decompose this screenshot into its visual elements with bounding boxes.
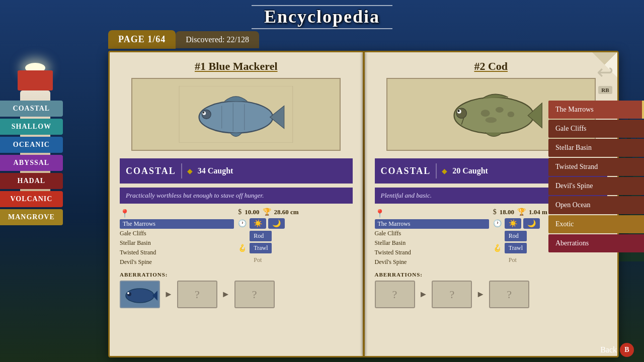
fish1-clock-icon: 🕐 xyxy=(238,219,247,228)
svg-marker-21 xyxy=(528,103,542,128)
fish2-pin-icon: 📍 xyxy=(375,208,489,219)
fish1-aberrations-label: ABERRATIONS: xyxy=(120,272,353,278)
fish1-illustration xyxy=(153,86,319,143)
svg-point-8 xyxy=(203,112,204,113)
region-sidebar: The Marrows Gale Cliffs Stellar Basin Tw… xyxy=(548,101,644,252)
fish2-diamond-icon: ◆ xyxy=(442,167,447,175)
fish2-aberrations-row: ? ► ? ► ? xyxy=(375,281,608,308)
back-label: Back xyxy=(600,345,617,354)
fish1-caught: 34 Caught xyxy=(198,166,233,175)
fish1-time-icons: ☀️ 🌙 xyxy=(250,218,285,229)
fish2-gear-trawl: Trawl xyxy=(505,243,527,253)
fish2-size: 1.04 m xyxy=(529,208,547,216)
fish2-locations: 📍 The Marrows Gale Cliffs Stellar Basin … xyxy=(375,208,489,267)
svg-point-27 xyxy=(507,112,514,117)
fish2-aberration-unknown-1: ? xyxy=(375,281,415,308)
back-button[interactable]: Back B xyxy=(600,343,634,357)
svg-point-25 xyxy=(480,110,490,117)
sidebar-item-the-marrows[interactable]: The Marrows xyxy=(548,101,644,119)
fish2-aberration-unknown-2: ? xyxy=(432,281,472,308)
fish2-time-icons: ☀️ 🌙 xyxy=(505,218,540,229)
sidebar-item-volcanic[interactable]: VOLCANIC xyxy=(0,191,63,207)
fish1-description: Practically worthless but enough to stav… xyxy=(120,188,353,204)
fish1-aberration-arrow1: ► xyxy=(164,289,173,300)
fish2-location-4: Devil's Spine xyxy=(375,257,489,267)
fish1-aberrations-row: ► ? ► ? xyxy=(120,281,353,308)
fish1-aberration-unknown-2: ? xyxy=(234,281,275,308)
fish1-location-0[interactable]: The Marrows xyxy=(120,219,234,229)
fish1-gear-pot: Pot xyxy=(250,255,272,265)
back-key: B xyxy=(620,343,634,357)
sidebar-item-stellar-basin[interactable]: Stellar Basin xyxy=(548,139,644,157)
sidebar-item-mangrove[interactable]: MANGROVE xyxy=(0,209,63,225)
fish2-aberration-arrow1: ► xyxy=(419,289,428,300)
back-arrow-icon: ↩ xyxy=(597,60,614,84)
fish2-price: 18.00 xyxy=(500,208,514,216)
fish1-night-icon: 🌙 xyxy=(268,218,285,229)
fish1-trophy-icon: 🏆 xyxy=(263,208,271,216)
svg-point-26 xyxy=(496,107,504,113)
page-left: #1 Blue Mackerel xyxy=(110,52,363,356)
sidebar-item-gale-cliffs[interactable]: Gale Cliffs xyxy=(548,120,644,138)
svg-point-24 xyxy=(457,110,459,112)
encyclopedia-book: PAGE 1/64 Discovered: 22/128 #1 Blue Mac… xyxy=(108,30,619,352)
fish2-aberration-arrow2: ► xyxy=(476,289,485,300)
svg-point-22 xyxy=(456,108,466,118)
fish1-pin-icon: 📍 xyxy=(120,208,234,219)
depth-sidebar: COASTAL SHALLOW OCEANIC ABYSSAL HADAL VO… xyxy=(0,101,63,225)
fish1-image xyxy=(131,78,341,151)
sidebar-item-coastal[interactable]: COASTAL xyxy=(0,101,63,117)
sidebar-item-exotic[interactable]: Exotic xyxy=(548,215,644,233)
fish2-gear-pot: Pot xyxy=(505,255,527,265)
sidebar-item-devils-spine[interactable]: Devil's Spine xyxy=(548,177,644,195)
page-number: PAGE 1/64 xyxy=(108,30,176,49)
fish1-diamond-icon: ◆ xyxy=(187,167,193,175)
fish1-location-4: Devil's Spine xyxy=(120,257,234,267)
sidebar-item-oceanic[interactable]: OCEANIC xyxy=(0,137,63,153)
fish1-location-1: Gale Cliffs xyxy=(120,229,234,238)
sidebar-item-aberrations[interactable]: Aberrations xyxy=(548,234,644,252)
rb-button-area: ↩ RB xyxy=(597,60,614,94)
sidebar-item-twisted-strand[interactable]: Twisted Strand xyxy=(548,158,644,176)
page-title: Encyclopedia xyxy=(252,6,392,27)
fish2-day-icon: ☀️ xyxy=(505,218,521,229)
fish1-locations: 📍 The Marrows Gale Cliffs Stellar Basin … xyxy=(120,208,234,267)
discovered-count: Discovered: 22/128 xyxy=(176,31,259,48)
svg-marker-5 xyxy=(270,106,284,129)
fish2-location-1: Gale Cliffs xyxy=(375,229,489,238)
fish1-aberration-known xyxy=(120,281,160,308)
sidebar-item-abyssal[interactable]: ABYSSAL xyxy=(0,155,63,171)
fish1-gear-rod: Rod xyxy=(250,231,272,241)
sidebar-item-hadal[interactable]: HADAL xyxy=(0,173,63,189)
fish1-price: 10.00 xyxy=(245,208,259,216)
sidebar-item-open-ocean[interactable]: Open Ocean xyxy=(548,196,644,214)
fish2-location-2: Stellar Basin xyxy=(375,238,489,248)
fish1-price-row: $ 10.00 🏆 28.60 cm xyxy=(238,208,352,216)
fish2-hook-icon: 🪝 xyxy=(493,244,502,252)
fish1-location-2: Stellar Basin xyxy=(120,238,234,248)
fish1-habitat: COASTAL xyxy=(126,166,176,176)
fish1-location-3: Twisted Strand xyxy=(120,248,234,257)
fish1-gear-row: 🪝 Rod Trawl Pot xyxy=(238,231,352,265)
fish1-hook-icon: 🪝 xyxy=(238,244,247,252)
svg-point-19 xyxy=(127,292,129,294)
fish1-day-icon: ☀️ xyxy=(250,218,266,229)
fish2-caught: 20 Caught xyxy=(452,166,488,175)
book-pages: #1 Blue Mackerel xyxy=(108,51,619,357)
fish2-trophy-icon: 🏆 xyxy=(517,208,526,216)
fish2-gear-list: Rod Trawl Pot xyxy=(505,231,527,265)
fish1-time-row: 🕐 ☀️ 🌙 xyxy=(238,218,352,229)
fish1-aberration-unknown-1: ? xyxy=(177,281,217,308)
svg-point-28 xyxy=(485,117,497,123)
fish2-clock-icon: 🕐 xyxy=(493,219,502,228)
page-header: PAGE 1/64 Discovered: 22/128 xyxy=(108,30,619,49)
fish1-details: 📍 The Marrows Gale Cliffs Stellar Basin … xyxy=(120,208,353,267)
fish2-dollar-icon: $ xyxy=(493,208,497,216)
fish2-location-3: Twisted Strand xyxy=(375,248,489,257)
fish2-aberrations-label: ABERRATIONS: xyxy=(375,272,608,278)
sidebar-item-shallow[interactable]: SHALLOW xyxy=(0,119,63,135)
fish1-stats: $ 10.00 🏆 28.60 cm 🕐 ☀️ 🌙 🪝 xyxy=(238,208,352,267)
svg-marker-17 xyxy=(152,291,157,301)
fish2-location-0[interactable]: The Marrows xyxy=(375,219,489,229)
fish2-gear-rod: Rod xyxy=(505,231,527,241)
